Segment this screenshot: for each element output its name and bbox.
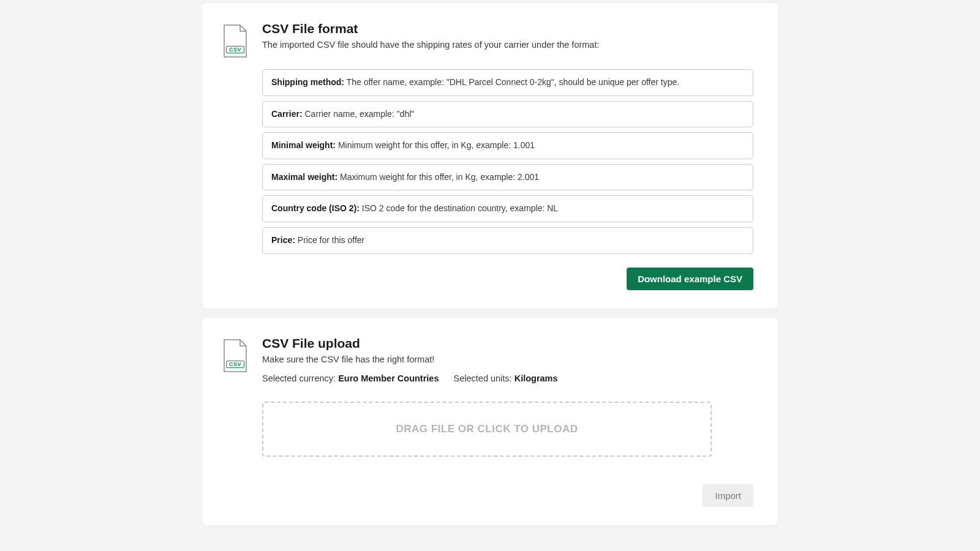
field-desc: Maximum weight for this offer, in Kg, ex… [337,172,539,182]
field-carrier: Carrier: Carrier name, example: "dhl" [262,101,753,128]
field-shipping-method: Shipping method: The offer name, example… [262,69,753,96]
dropzone-text: DRAG FILE OR CLICK TO UPLOAD [396,423,578,435]
field-label: Carrier: [271,109,303,119]
field-label: Country code (ISO 2): [271,203,360,213]
upload-subtitle: Make sure the CSV file has the right for… [262,353,753,367]
field-country-code: Country code (ISO 2): ISO 2 code for the… [262,195,753,222]
field-desc: Carrier name, example: "dhl" [303,109,415,119]
format-title: CSV File format [262,21,753,36]
format-subtitle: The imported CSV file should have the sh… [262,39,753,52]
field-desc: Price for this offer [295,235,364,245]
import-button[interactable]: Import [703,484,753,507]
field-maximal-weight: Maximal weight: Maximum weight for this … [262,164,753,191]
csv-upload-card: CSV CSV File upload Make sure the CSV fi… [202,318,778,526]
download-example-csv-button[interactable]: Download example CSV [627,268,753,290]
units-value: Kilograms [514,373,558,383]
csv-badge: CSV [226,361,244,368]
upload-meta: Selected currency: Euro Member Countries… [262,373,753,383]
csv-badge: CSV [226,46,244,53]
field-price: Price: Price for this offer [262,227,753,254]
card-header: CSV CSV File format The imported CSV fil… [221,21,753,58]
units-label: Selected units: [454,373,514,383]
upload-title: CSV File upload [262,336,753,351]
currency-value: Euro Member Countries [338,373,439,383]
field-label: Shipping method: [271,77,344,87]
card-header: CSV CSV File upload Make sure the CSV fi… [221,336,753,384]
field-minimal-weight: Minimal weight: Minimum weight for this … [262,132,753,159]
csv-format-card: CSV CSV File format The imported CSV fil… [202,3,778,309]
field-label: Price: [271,235,295,245]
file-dropzone[interactable]: DRAG FILE OR CLICK TO UPLOAD [262,402,712,457]
selected-units: Selected units: Kilograms [454,373,558,383]
format-fields-list: Shipping method: The offer name, example… [262,69,753,254]
csv-file-icon: CSV [221,339,250,373]
selected-currency: Selected currency: Euro Member Countries [262,373,442,383]
field-desc: ISO 2 code for the destination country, … [360,203,558,213]
field-desc: The offer name, example: "DHL Parcel Con… [344,77,679,87]
field-label: Minimal weight: [271,140,336,150]
currency-label: Selected currency: [262,373,338,383]
csv-file-icon: CSV [221,24,250,58]
field-desc: Minimum weight for this offer, in Kg, ex… [336,140,535,150]
field-label: Maximal weight: [271,172,337,182]
